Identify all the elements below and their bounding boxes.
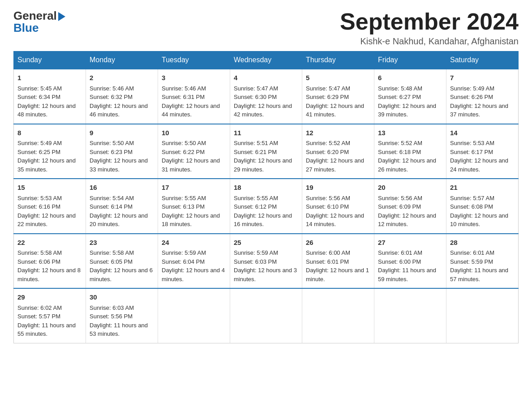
sunset-label: Sunset: 6:05 PM: [90, 258, 133, 265]
calendar-cell: 23Sunrise: 5:58 AMSunset: 6:05 PMDayligh…: [86, 234, 158, 289]
sunset-label: Sunset: 6:03 PM: [234, 258, 277, 265]
calendar-week-1: 1Sunrise: 5:45 AMSunset: 6:34 PMDaylight…: [14, 69, 519, 124]
calendar-cell: 17Sunrise: 5:55 AMSunset: 6:13 PMDayligh…: [158, 179, 230, 234]
calendar-cell: 13Sunrise: 5:52 AMSunset: 6:18 PMDayligh…: [374, 124, 446, 179]
daylight-label: Daylight: 12 hours and 37 minutes.: [450, 103, 508, 118]
sunrise-label: Sunrise: 5:51 AM: [234, 140, 278, 146]
sunrise-label: Sunrise: 5:56 AM: [306, 195, 350, 201]
sunset-label: Sunset: 6:34 PM: [17, 94, 60, 100]
weekday-header-wednesday: Wednesday: [230, 51, 302, 69]
sunset-label: Sunset: 6:17 PM: [450, 149, 493, 155]
location-subtitle: Kishk-e Nakhud, Kandahar, Afghanistan: [340, 36, 519, 47]
day-number: 10: [162, 128, 226, 138]
sunrise-label: Sunrise: 5:52 AM: [378, 140, 422, 146]
day-number: 18: [234, 183, 298, 193]
sunrise-label: Sunrise: 5:47 AM: [306, 85, 350, 92]
sunrise-label: Sunrise: 5:50 AM: [90, 140, 134, 146]
month-title: September 2024: [340, 9, 519, 34]
sunset-label: Sunset: 6:26 PM: [450, 94, 493, 100]
sunset-label: Sunset: 6:21 PM: [234, 149, 277, 155]
day-number: 13: [378, 128, 442, 138]
daylight-label: Daylight: 12 hours and 44 minutes.: [162, 103, 220, 118]
sunset-label: Sunset: 6:08 PM: [450, 203, 493, 210]
calendar-cell: 2Sunrise: 5:46 AMSunset: 6:32 PMDaylight…: [86, 69, 158, 124]
weekday-header-row: SundayMondayTuesdayWednesdayThursdayFrid…: [14, 51, 519, 69]
sunrise-label: Sunrise: 5:46 AM: [90, 85, 134, 92]
logo-blue-text: Blue: [13, 21, 39, 35]
day-number: 8: [17, 128, 82, 138]
day-number: 15: [17, 183, 82, 193]
daylight-label: Daylight: 11 hours and 57 minutes.: [450, 267, 508, 283]
calendar-cell: 11Sunrise: 5:51 AMSunset: 6:21 PMDayligh…: [230, 124, 302, 179]
calendar-cell: 28Sunrise: 6:01 AMSunset: 5:59 PMDayligh…: [446, 234, 519, 289]
day-number: 4: [234, 73, 298, 83]
calendar-cell: 15Sunrise: 5:53 AMSunset: 6:16 PMDayligh…: [14, 179, 86, 234]
sunset-label: Sunset: 5:59 PM: [450, 258, 493, 265]
day-number: 22: [17, 238, 82, 248]
daylight-label: Daylight: 12 hours and 1 minute.: [306, 267, 369, 283]
weekday-header-monday: Monday: [86, 51, 158, 69]
sunrise-label: Sunrise: 6:01 AM: [450, 249, 494, 256]
calendar-cell: 16Sunrise: 5:54 AMSunset: 6:14 PMDayligh…: [86, 179, 158, 234]
sunrise-label: Sunrise: 5:53 AM: [450, 140, 494, 146]
sunrise-label: Sunrise: 5:57 AM: [450, 195, 494, 201]
sunrise-label: Sunrise: 5:58 AM: [90, 249, 134, 256]
sunset-label: Sunset: 6:00 PM: [378, 258, 421, 265]
daylight-label: Daylight: 11 hours and 53 minutes.: [90, 322, 148, 338]
daylight-label: Daylight: 12 hours and 10 minutes.: [450, 212, 508, 228]
daylight-label: Daylight: 12 hours and 14 minutes.: [306, 212, 364, 228]
calendar-week-5: 29Sunrise: 6:02 AMSunset: 5:57 PMDayligh…: [14, 288, 519, 343]
daylight-label: Daylight: 12 hours and 39 minutes.: [378, 103, 436, 118]
calendar-cell: 19Sunrise: 5:56 AMSunset: 6:10 PMDayligh…: [302, 179, 374, 234]
calendar-cell: 21Sunrise: 5:57 AMSunset: 6:08 PMDayligh…: [446, 179, 519, 234]
weekday-header-thursday: Thursday: [302, 51, 374, 69]
title-section: September 2024 Kishk-e Nakhud, Kandahar,…: [340, 9, 519, 47]
day-number: 21: [450, 183, 515, 193]
sunset-label: Sunset: 6:01 PM: [306, 258, 349, 265]
sunrise-label: Sunrise: 5:52 AM: [306, 140, 350, 146]
sunrise-label: Sunrise: 5:48 AM: [378, 85, 422, 92]
sunrise-label: Sunrise: 5:49 AM: [450, 85, 494, 92]
calendar-cell: [302, 288, 374, 343]
sunset-label: Sunset: 6:23 PM: [90, 149, 133, 155]
sunrise-label: Sunrise: 6:02 AM: [17, 304, 62, 311]
sunrise-label: Sunrise: 5:49 AM: [17, 140, 62, 146]
daylight-label: Daylight: 12 hours and 24 minutes.: [450, 157, 508, 173]
calendar-cell: 29Sunrise: 6:02 AMSunset: 5:57 PMDayligh…: [14, 288, 86, 343]
day-number: 11: [234, 128, 298, 138]
calendar-cell: 22Sunrise: 5:58 AMSunset: 6:06 PMDayligh…: [14, 234, 86, 289]
sunrise-label: Sunrise: 5:55 AM: [162, 195, 206, 201]
day-number: 26: [306, 238, 370, 248]
sunset-label: Sunset: 6:12 PM: [234, 203, 277, 210]
calendar-table: SundayMondayTuesdayWednesdayThursdayFrid…: [13, 51, 519, 343]
sunrise-label: Sunrise: 6:00 AM: [306, 249, 350, 256]
sunrise-label: Sunrise: 5:53 AM: [17, 195, 62, 201]
weekday-header-sunday: Sunday: [14, 51, 86, 69]
day-number: 14: [450, 128, 515, 138]
day-number: 27: [378, 238, 442, 248]
day-number: 16: [90, 183, 154, 193]
daylight-label: Daylight: 12 hours and 41 minutes.: [306, 103, 364, 118]
calendar-cell: [374, 288, 446, 343]
calendar-cell: 27Sunrise: 6:01 AMSunset: 6:00 PMDayligh…: [374, 234, 446, 289]
calendar-cell: 7Sunrise: 5:49 AMSunset: 6:26 PMDaylight…: [446, 69, 519, 124]
calendar-week-4: 22Sunrise: 5:58 AMSunset: 6:06 PMDayligh…: [14, 234, 519, 289]
day-number: 5: [306, 73, 370, 83]
calendar-cell: 8Sunrise: 5:49 AMSunset: 6:25 PMDaylight…: [14, 124, 86, 179]
day-number: 28: [450, 238, 515, 248]
calendar-cell: 9Sunrise: 5:50 AMSunset: 6:23 PMDaylight…: [86, 124, 158, 179]
logo-chevron-icon: [58, 12, 65, 21]
sunrise-label: Sunrise: 5:46 AM: [162, 85, 206, 92]
daylight-label: Daylight: 12 hours and 4 minutes.: [162, 267, 225, 283]
daylight-label: Daylight: 12 hours and 8 minutes.: [17, 267, 81, 283]
day-number: 29: [17, 292, 82, 303]
sunset-label: Sunset: 6:18 PM: [378, 149, 421, 155]
calendar-cell: [158, 288, 230, 343]
day-number: 30: [90, 292, 154, 303]
daylight-label: Daylight: 12 hours and 31 minutes.: [162, 157, 220, 173]
calendar-cell: 4Sunrise: 5:47 AMSunset: 6:30 PMDaylight…: [230, 69, 302, 124]
day-number: 23: [90, 238, 154, 248]
daylight-label: Daylight: 12 hours and 48 minutes.: [17, 103, 76, 118]
sunrise-label: Sunrise: 6:01 AM: [378, 249, 422, 256]
daylight-label: Daylight: 12 hours and 27 minutes.: [306, 157, 364, 173]
